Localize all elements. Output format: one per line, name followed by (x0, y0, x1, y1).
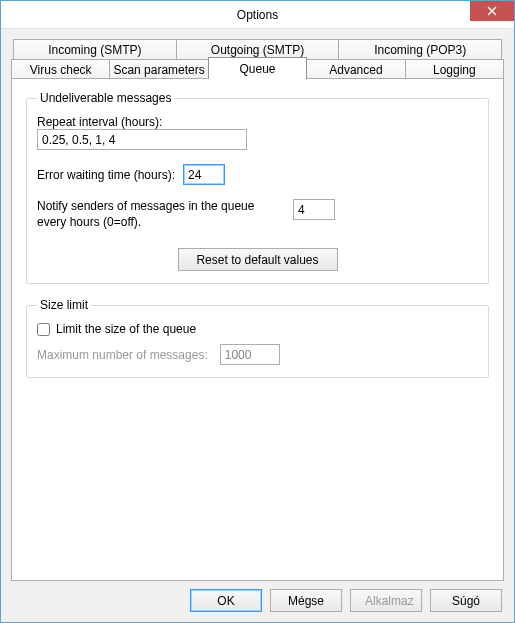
repeat-interval-input[interactable] (37, 129, 247, 150)
tab-strip: Incoming (SMTP) Outgoing (SMTP) Incoming… (11, 39, 504, 79)
reset-defaults-button[interactable]: Reset to default values (178, 248, 338, 271)
dialog-button-bar: OK Mégse Alkalmaz Súgó (11, 581, 504, 614)
titlebar: Options (1, 1, 514, 29)
options-window: Options Incoming (SMTP) Outgoing (SMTP) … (0, 0, 515, 623)
limit-queue-checkbox[interactable] (37, 323, 50, 336)
tab-logging[interactable]: Logging (405, 59, 504, 79)
cancel-button[interactable]: Mégse (270, 589, 342, 612)
close-button[interactable] (470, 1, 514, 21)
tab-virus-check[interactable]: Virus check (11, 59, 110, 79)
tab-outgoing-smtp[interactable]: Outgoing (SMTP) (176, 39, 340, 59)
reset-row: Reset to default values (37, 248, 478, 271)
client-area: Incoming (SMTP) Outgoing (SMTP) Incoming… (1, 29, 514, 622)
notify-row: Notify senders of messages in the queue … (37, 199, 478, 230)
close-icon (487, 6, 497, 16)
error-wait-input[interactable] (183, 164, 225, 185)
group-undeliverable: Undeliverable messages Repeat interval (… (26, 91, 489, 284)
notify-label: Notify senders of messages in the queue … (37, 199, 277, 230)
group-size-limit-legend: Size limit (37, 298, 91, 312)
group-size-limit: Size limit Limit the size of the queue M… (26, 298, 489, 378)
apply-button[interactable]: Alkalmaz (350, 589, 422, 612)
tab-row-1: Incoming (SMTP) Outgoing (SMTP) Incoming… (13, 39, 502, 59)
max-messages-input (220, 344, 280, 365)
max-messages-row: Maximum number of messages: (37, 344, 478, 365)
tab-advanced[interactable]: Advanced (306, 59, 405, 79)
group-undeliverable-legend: Undeliverable messages (37, 91, 174, 105)
tab-incoming-smtp[interactable]: Incoming (SMTP) (13, 39, 177, 59)
notify-input[interactable] (293, 199, 335, 220)
error-wait-row: Error waiting time (hours): (37, 164, 478, 185)
limit-queue-label: Limit the size of the queue (56, 322, 196, 336)
repeat-interval-row: Repeat interval (hours): (37, 115, 478, 150)
tab-scan-parameters[interactable]: Scan parameters (109, 59, 208, 79)
window-title: Options (1, 8, 514, 22)
tab-row-2: Virus check Scan parameters Queue Advanc… (11, 59, 504, 79)
tab-control: Incoming (SMTP) Outgoing (SMTP) Incoming… (11, 39, 504, 581)
max-messages-label: Maximum number of messages: (37, 348, 208, 362)
limit-queue-row: Limit the size of the queue (37, 322, 478, 336)
tab-queue[interactable]: Queue (208, 57, 307, 79)
repeat-interval-label: Repeat interval (hours): (37, 115, 478, 129)
help-button[interactable]: Súgó (430, 589, 502, 612)
tab-incoming-pop3[interactable]: Incoming (POP3) (338, 39, 502, 59)
error-wait-label: Error waiting time (hours): (37, 168, 175, 182)
tab-body-queue: Undeliverable messages Repeat interval (… (11, 78, 504, 581)
ok-button[interactable]: OK (190, 589, 262, 612)
